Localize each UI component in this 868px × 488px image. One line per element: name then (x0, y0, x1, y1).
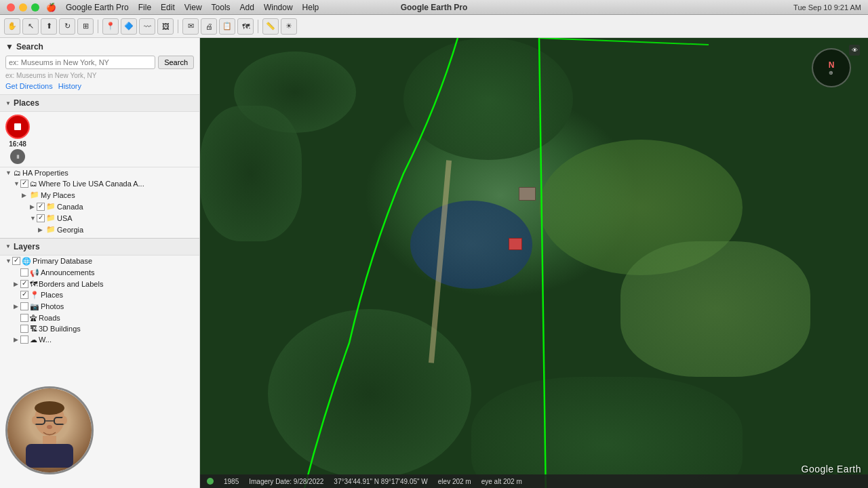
toolbar-email[interactable]: ✉ (182, 18, 199, 35)
borders-checkbox[interactable] (20, 280, 28, 288)
layer-photos[interactable]: ▶ 📷 Photos (0, 301, 199, 312)
title-bar: 🍎 Google Earth Pro File Edit View Tools … (0, 0, 868, 15)
layer-3d-buildings[interactable]: 🏗 3D Buildings (0, 323, 199, 334)
webcam-person (7, 388, 92, 472)
layers-header[interactable]: ▼ Layers (0, 239, 199, 256)
places-label: Places (14, 98, 39, 108)
toolbar-map-options[interactable]: 🗺 (237, 18, 254, 35)
menu-window[interactable]: Window (264, 3, 293, 12)
weather-checkbox[interactable] (20, 336, 28, 344)
layer-borders[interactable]: ▶ 🗺 Borders and Labels (0, 279, 199, 289)
google-earth-watermark: Google Earth (802, 464, 862, 474)
search-collapse-icon[interactable]: ▼ (5, 42, 14, 52)
svg-rect-9 (26, 444, 73, 468)
elevation: elev 202 m (438, 478, 471, 485)
toolbar-zoom-fit[interactable]: ⊞ (77, 18, 94, 35)
layer-weather[interactable]: ▶ ☁ W... (0, 334, 199, 346)
tree-item-my-places[interactable]: ▶ 📁 My Places (0, 189, 199, 201)
maximize-button[interactable] (31, 3, 39, 12)
toolbar-print[interactable]: 🖨 (201, 18, 217, 35)
map-viewport[interactable]: N ⊕ 👁 Google Earth 1985 Imagery Date: 9/… (200, 38, 868, 488)
georgia-label: Georgia (57, 226, 83, 234)
map-status-bar: 1985 Imagery Date: 9/28/2022 37°34'44.91… (200, 474, 868, 488)
places-layer-checkbox[interactable] (20, 291, 28, 299)
window-title: Google Earth Pro (401, 3, 468, 12)
where-to-live-checkbox[interactable] (20, 180, 28, 188)
record-button[interactable] (5, 115, 30, 139)
borders-label: Borders and Labels (39, 280, 103, 288)
usa-checkbox[interactable] (37, 214, 45, 222)
toolbar-add-path[interactable]: 〰 (139, 18, 155, 35)
places-header[interactable]: ▼ Places (0, 95, 199, 112)
3d-buildings-label: 3D Buildings (39, 325, 81, 333)
layer-announcements[interactable]: 📢 Announcements (0, 267, 199, 279)
building-1 (519, 187, 536, 201)
play-pause-button[interactable]: ⏸ (10, 149, 25, 164)
toolbar-sunlight[interactable]: ☀ (281, 18, 297, 35)
toolbar-hand-tool[interactable]: ✋ (4, 18, 20, 35)
menu-file[interactable]: File (138, 3, 151, 12)
search-label: Search (16, 42, 43, 52)
menu-edit[interactable]: Edit (161, 3, 175, 12)
tree-item-where-to-live[interactable]: ▼ 🗂 Where To Live USA Canada A... (0, 178, 199, 189)
tree-item-canada[interactable]: ▶ 📁 Canada (0, 201, 199, 212)
compass-control[interactable]: N ⊕ (812, 48, 851, 87)
forest-5 (471, 377, 743, 488)
compass-display: N ⊕ (829, 60, 835, 76)
ha-properties-icon: 🗂 (14, 169, 21, 177)
imagery-date: Imagery Date: 9/28/2022 (249, 478, 323, 485)
history-link[interactable]: History (58, 82, 81, 90)
search-input[interactable] (5, 56, 155, 69)
forest-4 (268, 309, 471, 479)
layer-primary-db[interactable]: ▼ 🌐 Primary Database (0, 256, 199, 267)
menu-tools[interactable]: Tools (212, 3, 231, 12)
year-display: 1985 (224, 478, 239, 485)
tree-item-ha-properties[interactable]: ▼ 🗂 HA Properties (0, 167, 199, 178)
toolbar-add-placemark[interactable]: 📍 (102, 18, 119, 35)
get-directions-link[interactable]: Get Directions (5, 82, 53, 90)
toolbar-add-polygon[interactable]: 🔷 (121, 18, 137, 35)
coordinates: 37°34'44.91" N 89°17'49.05" W (334, 478, 427, 485)
layer-roads[interactable]: 🛣 Roads (0, 312, 199, 323)
menu-help[interactable]: Help (302, 3, 319, 12)
menu-app[interactable]: Google Earth Pro (66, 3, 129, 12)
toolbar-copy-image[interactable]: 📋 (219, 18, 235, 35)
close-button[interactable] (7, 3, 15, 12)
minimize-button[interactable] (19, 3, 27, 12)
toolbar-select-tool[interactable]: ↖ (22, 18, 39, 35)
toolbar-ruler[interactable]: 📏 (262, 18, 279, 35)
canada-label: Canada (57, 203, 83, 211)
tree-item-usa[interactable]: ▼ 📁 USA (0, 212, 199, 224)
layer-places[interactable]: 📍 Places (0, 289, 199, 301)
canada-checkbox[interactable] (37, 203, 45, 211)
photos-checkbox[interactable] (20, 302, 28, 310)
eye-icon[interactable]: 👁 (849, 45, 860, 56)
primary-db-checkbox[interactable] (12, 257, 20, 265)
eye-altitude: eye alt 202 m (481, 478, 522, 485)
search-header: ▼ Search (5, 42, 194, 52)
building-red (509, 238, 522, 250)
search-hint: ex: Museums in New York, NY (5, 72, 194, 79)
toolbar-sep-2 (178, 20, 178, 33)
places-tree: ▼ 🗂 HA Properties ▼ 🗂 Where To Live USA … (0, 167, 199, 239)
search-button[interactable]: Search (158, 56, 194, 69)
menu-view[interactable]: View (184, 3, 202, 12)
menu-apple[interactable]: 🍎 (46, 3, 56, 12)
menu-add[interactable]: Add (240, 3, 254, 12)
layers-collapse-icon: ▼ (5, 243, 11, 249)
primary-db-icon: 🌐 (22, 257, 31, 266)
primary-db-label: Primary Database (33, 257, 92, 265)
announcements-checkbox[interactable] (20, 268, 28, 277)
toolbar-orbit[interactable]: ↻ (59, 18, 75, 35)
usa-icon: 📁 (46, 214, 56, 222)
roads-checkbox[interactable] (20, 314, 28, 322)
3d-buildings-checkbox[interactable] (20, 325, 28, 333)
toolbar-add-image[interactable]: 🖼 (157, 18, 174, 35)
tree-item-georgia[interactable]: ▶ 📁 Georgia (0, 224, 199, 235)
system-tray: Tue Sep 10 9:21 AM (793, 3, 861, 12)
record-timer: 16:48 (9, 140, 26, 148)
toolbar-north-up[interactable]: ⬆ (41, 18, 57, 35)
main-toolbar: ✋ ↖ ⬆ ↻ ⊞ 📍 🔷 〰 🖼 ✉ 🖨 📋 🗺 📏 ☀ (0, 15, 868, 38)
menu-bar: 🍎 Google Earth Pro File Edit View Tools … (46, 3, 319, 12)
svg-point-6 (32, 416, 37, 424)
